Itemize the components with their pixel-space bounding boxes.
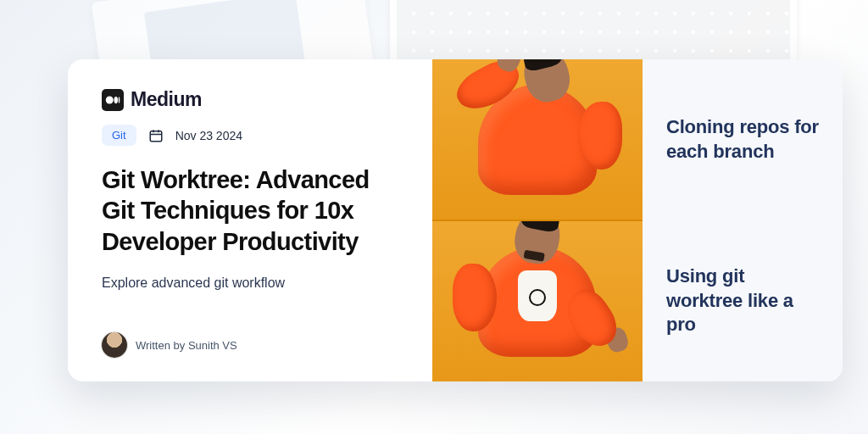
- meme-caption-bottom-cell: Using git worktree like a pro: [643, 220, 843, 381]
- meta-row: Git Nov 23 2024: [102, 125, 400, 146]
- article-info-column: Medium Git Nov 23 2024 Git Worktree: Adv…: [68, 59, 432, 381]
- article-title: Git Worktree: Advanced Git Techniques fo…: [102, 164, 400, 257]
- author-avatar: [102, 332, 127, 358]
- author-byline: Written by Sunith VS: [136, 339, 237, 352]
- meme-captions-column: Cloning repos for each branch Using git …: [643, 59, 843, 381]
- medium-logo-icon: [102, 89, 124, 111]
- brand-name: Medium: [131, 88, 202, 111]
- svg-point-2: [119, 97, 120, 103]
- meme-panel-approve: [432, 220, 643, 381]
- meme-caption-top: Cloning repos for each branch: [666, 115, 819, 164]
- svg-rect-3: [150, 131, 162, 141]
- calendar-icon: [148, 128, 164, 143]
- meme-panel-reject: [432, 59, 643, 220]
- svg-point-0: [106, 96, 114, 103]
- article-card: Medium Git Nov 23 2024 Git Worktree: Adv…: [68, 59, 843, 381]
- meme-caption-top-cell: Cloning repos for each branch: [643, 59, 843, 220]
- article-subtitle: Explore advanced git workflow: [102, 275, 400, 291]
- publish-date: Nov 23 2024: [175, 129, 242, 142]
- meme-caption-bottom: Using git worktree like a pro: [666, 264, 819, 337]
- svg-point-1: [114, 96, 119, 103]
- meme-image-column: [432, 59, 643, 381]
- topic-tag[interactable]: Git: [102, 125, 136, 146]
- author-row: Written by Sunith VS: [102, 332, 400, 358]
- brand-row: Medium: [102, 88, 400, 111]
